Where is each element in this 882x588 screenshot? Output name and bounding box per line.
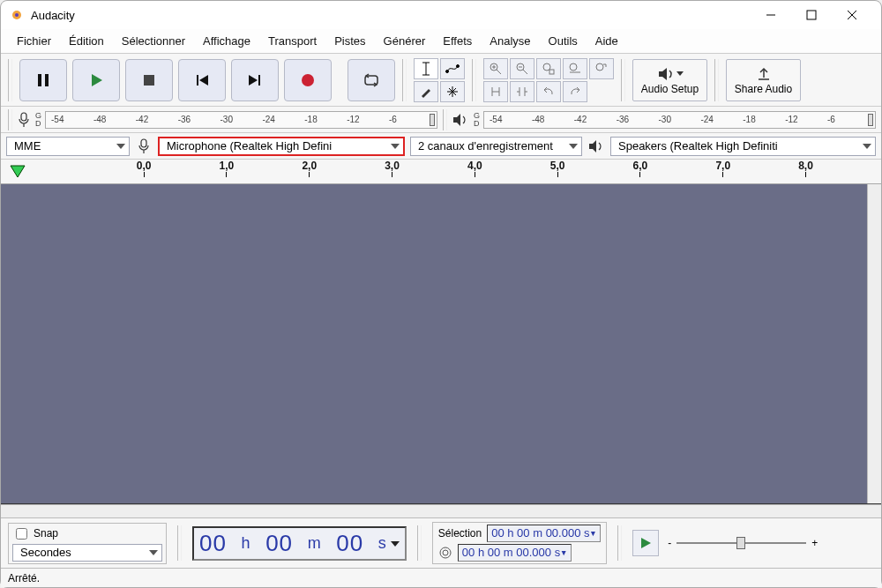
svg-marker-60 bbox=[149, 550, 158, 555]
vertical-scrollbar[interactable] bbox=[867, 184, 881, 503]
snap-label: Snap bbox=[34, 527, 58, 540]
loop-button[interactable] bbox=[348, 59, 395, 101]
trim-button[interactable] bbox=[483, 81, 508, 102]
menu-transport[interactable]: Transport bbox=[259, 31, 325, 51]
pause-button[interactable] bbox=[19, 59, 67, 101]
svg-marker-56 bbox=[569, 144, 578, 149]
svg-marker-11 bbox=[199, 75, 208, 86]
playback-device-value: Speakers (Realtek High Definiti bbox=[618, 139, 778, 153]
svg-marker-61 bbox=[391, 541, 400, 547]
svg-point-20 bbox=[457, 64, 460, 67]
menu-outils[interactable]: Outils bbox=[540, 31, 587, 51]
menu-edition[interactable]: Édition bbox=[60, 31, 113, 51]
grip[interactable] bbox=[402, 59, 407, 101]
grip[interactable] bbox=[443, 109, 447, 130]
multi-tool[interactable] bbox=[440, 81, 465, 102]
audio-host-select[interactable]: MME bbox=[6, 137, 130, 156]
playback-meter[interactable]: -54-48-42-36-30-24-18-12-60 bbox=[483, 111, 876, 129]
silence-button[interactable] bbox=[510, 81, 534, 102]
playhead-icon[interactable] bbox=[10, 165, 26, 179]
tool-grid bbox=[414, 58, 465, 102]
minimize-button[interactable] bbox=[751, 2, 791, 28]
grip[interactable] bbox=[177, 525, 182, 561]
menu-selectionner[interactable]: Sélectionner bbox=[113, 31, 194, 51]
snap-unit-select[interactable]: Secondes bbox=[12, 544, 162, 562]
svg-point-63 bbox=[440, 547, 451, 558]
playback-device-select[interactable]: Speakers (Realtek High Definiti bbox=[610, 137, 876, 156]
play-at-speed-button[interactable] bbox=[632, 530, 659, 556]
timeline-ruler[interactable]: 0,0 1,0 2,0 3,0 4,0 5,0 6,0 7,0 8,0 bbox=[1, 160, 881, 184]
share-audio-button[interactable]: Share Audio bbox=[726, 59, 801, 101]
recording-channels-select[interactable]: 2 canaux d'enregistrement bbox=[410, 137, 582, 156]
menu-aide[interactable]: Aide bbox=[587, 31, 627, 51]
recording-meter[interactable]: -54-48-42-36-30-24-18-12-60 bbox=[45, 111, 437, 129]
play-speed-slider[interactable]: - + bbox=[668, 537, 818, 549]
record-button[interactable] bbox=[284, 59, 332, 101]
chevron-down-icon bbox=[569, 144, 578, 149]
menu-effets[interactable]: Effets bbox=[434, 31, 481, 51]
snap-checkbox[interactable] bbox=[16, 528, 27, 540]
audio-setup-label: Audio Setup bbox=[641, 83, 699, 95]
recording-device-select[interactable]: Microphone (Realtek High Defini bbox=[158, 137, 405, 156]
svg-marker-52 bbox=[116, 144, 125, 149]
meter-toolbar: GD -54-48-42-36-30-24-18-12-60 GD -54-48… bbox=[1, 107, 881, 133]
svg-marker-59 bbox=[11, 166, 25, 177]
snap-panel: Snap Secondes bbox=[8, 523, 167, 564]
svg-marker-12 bbox=[249, 75, 258, 86]
recording-device-value: Microphone (Realtek High Defini bbox=[167, 139, 332, 153]
dropdown-icon[interactable] bbox=[391, 532, 400, 554]
selection-start-display[interactable]: 00 h 00 m 00.000 s▾ bbox=[487, 525, 601, 542]
svg-point-62 bbox=[443, 550, 448, 555]
menu-analyse[interactable]: Analyse bbox=[481, 31, 539, 51]
gear-icon[interactable] bbox=[438, 546, 452, 560]
svg-rect-9 bbox=[144, 75, 154, 86]
selection-end-display[interactable]: 00 h 00 m 00.000 s▾ bbox=[458, 544, 572, 562]
skip-end-button[interactable] bbox=[231, 59, 279, 101]
grip[interactable] bbox=[617, 525, 622, 561]
menu-pistes[interactable]: Pistes bbox=[325, 31, 374, 51]
plus-icon: + bbox=[811, 537, 818, 549]
draw-tool[interactable] bbox=[414, 81, 438, 102]
chevron-down-icon bbox=[391, 144, 400, 149]
play-button[interactable] bbox=[72, 59, 120, 101]
grip[interactable] bbox=[472, 59, 476, 101]
audio-host-value: MME bbox=[14, 139, 41, 153]
grip[interactable] bbox=[417, 525, 422, 561]
grip[interactable] bbox=[8, 109, 12, 130]
grip[interactable] bbox=[621, 59, 625, 101]
zoom-fit-button[interactable] bbox=[563, 58, 587, 79]
horizontal-scrollbar[interactable] bbox=[1, 504, 881, 518]
menu-fichier[interactable]: Fichier bbox=[8, 31, 60, 51]
svg-rect-3 bbox=[807, 11, 816, 19]
edit-zoom-grid bbox=[483, 58, 614, 102]
time-position-display[interactable]: 00 h 00 m 00 s bbox=[192, 526, 407, 561]
maximize-button[interactable] bbox=[791, 2, 832, 28]
slider-thumb[interactable] bbox=[736, 537, 745, 549]
zoom-in-button[interactable] bbox=[483, 58, 508, 79]
skip-start-button[interactable] bbox=[178, 59, 226, 101]
zoom-selection-button[interactable] bbox=[536, 58, 561, 79]
menu-affichage[interactable]: Affichage bbox=[194, 31, 259, 51]
track-area[interactable] bbox=[1, 184, 881, 504]
audio-setup-button[interactable]: Audio Setup bbox=[632, 59, 707, 101]
undo-button[interactable] bbox=[536, 81, 561, 102]
stop-button[interactable] bbox=[125, 59, 173, 101]
redo-button[interactable] bbox=[563, 81, 587, 102]
chevron-down-icon bbox=[863, 144, 871, 149]
meter-slider-icon[interactable] bbox=[430, 114, 435, 126]
zoom-toggle-button[interactable] bbox=[589, 58, 614, 79]
svg-rect-13 bbox=[258, 75, 260, 86]
recording-channels-value: 2 canaux d'enregistrement bbox=[418, 139, 553, 153]
zoom-out-button[interactable] bbox=[510, 58, 534, 79]
grip[interactable] bbox=[714, 59, 719, 101]
svg-marker-55 bbox=[391, 144, 400, 149]
meter-slider-icon[interactable] bbox=[868, 114, 873, 126]
envelope-tool[interactable] bbox=[440, 58, 465, 79]
speaker-icon bbox=[588, 139, 604, 153]
grip[interactable] bbox=[8, 59, 12, 101]
close-button[interactable] bbox=[832, 2, 872, 28]
selection-tool[interactable] bbox=[414, 58, 438, 79]
chevron-down-icon bbox=[149, 550, 158, 555]
selection-panel: Sélection 00 h 00 m 00.000 s▾ 00 h 00 m … bbox=[432, 522, 608, 564]
menu-generer[interactable]: Générer bbox=[375, 31, 435, 51]
